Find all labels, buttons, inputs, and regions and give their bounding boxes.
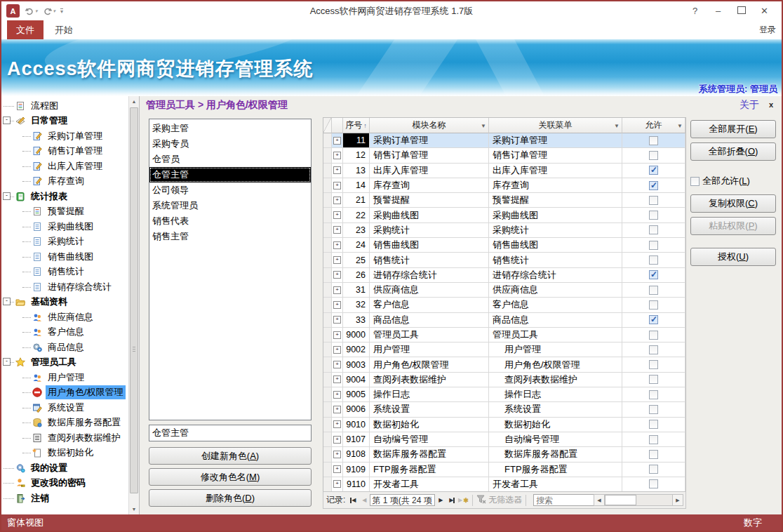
tree-item[interactable]: 采购曲线图 [1, 219, 128, 234]
row-selector[interactable] [323, 447, 332, 462]
filter-dropdown-icon[interactable]: ▼ [481, 123, 486, 129]
table-row[interactable]: +25销售统计销售统计 [323, 253, 685, 267]
expand-icon[interactable]: + [333, 137, 341, 145]
tree-item[interactable]: -管理员工具 [1, 355, 128, 371]
paste-permission-button[interactable]: 粘贴权限(P) [690, 217, 776, 235]
seq-cell[interactable]: 9010 [343, 418, 370, 432]
allow-checkbox[interactable] [649, 196, 658, 205]
expand-icon[interactable]: + [333, 331, 341, 339]
seq-cell[interactable]: 12 [343, 148, 370, 163]
tree-collapse-icon[interactable]: - [3, 298, 11, 305]
scrollbar-thumb[interactable] [130, 107, 138, 493]
menu-cell[interactable]: 用户管理 [489, 343, 622, 357]
table-row[interactable]: +9109FTP服务器配置FTP服务器配置 [323, 463, 685, 477]
tab-home[interactable]: 开始 [44, 20, 84, 39]
filter-dropdown-icon[interactable]: ▼ [614, 123, 620, 129]
first-record-button[interactable]: ◀ [347, 494, 359, 506]
module-cell[interactable]: 系统设置 [370, 402, 489, 417]
expand-icon[interactable]: + [333, 301, 341, 309]
expand-icon[interactable]: + [333, 197, 341, 204]
allow-checkbox[interactable] [649, 136, 658, 145]
row-selector[interactable] [323, 343, 332, 357]
last-record-button[interactable]: ▶ [446, 494, 457, 506]
module-cell[interactable]: 销售统计 [370, 253, 489, 267]
table-row[interactable]: +9002用户管理用户管理 [323, 343, 685, 357]
seq-cell[interactable]: 9006 [343, 402, 370, 417]
minimize-button[interactable]: – [707, 6, 730, 16]
allow-checkbox[interactable] [649, 465, 658, 474]
table-row[interactable]: +9000管理员工具管理员工具 [323, 328, 685, 343]
row-selector[interactable] [323, 463, 332, 477]
table-row[interactable]: +32客户信息客户信息 [323, 298, 685, 312]
checkbox-icon[interactable] [690, 177, 700, 186]
seq-cell[interactable]: 9110 [343, 477, 370, 492]
module-cell[interactable]: 预警提醒 [370, 193, 489, 208]
menu-cell[interactable]: 供应商信息 [489, 283, 622, 298]
allow-checkbox[interactable] [649, 225, 658, 234]
table-row[interactable]: +9004查阅列表数据维护查阅列表数据维护 [323, 373, 685, 387]
tree-item[interactable]: 我的设置 [1, 460, 128, 476]
menu-cell[interactable]: 商品信息 [489, 313, 622, 328]
expand-icon[interactable]: + [333, 346, 341, 354]
menu-cell[interactable]: 预警提醒 [489, 193, 622, 208]
seq-cell[interactable]: 9107 [343, 432, 370, 447]
module-cell[interactable]: 库存查询 [370, 178, 489, 193]
tree-item[interactable]: 客户信息 [1, 325, 128, 340]
tree-item[interactable]: 库存查询 [1, 174, 128, 189]
help-button[interactable]: ? [683, 6, 707, 16]
record-position[interactable]: 第 1 项(共 24 项 [370, 494, 435, 506]
allow-checkbox[interactable] [649, 315, 658, 324]
allow-checkbox[interactable] [649, 479, 658, 488]
module-cell[interactable]: 采购曲线图 [370, 208, 489, 222]
menu-cell[interactable]: 数据初始化 [489, 418, 622, 432]
tree-item[interactable]: 用户角色/权限管理 [1, 385, 128, 401]
allow-checkbox[interactable] [649, 181, 658, 190]
table-row[interactable]: +33商品信息商品信息 [323, 313, 685, 328]
module-cell[interactable]: 采购订单管理 [370, 133, 489, 148]
expand-icon[interactable]: + [333, 465, 341, 473]
seq-cell[interactable]: 9109 [343, 463, 370, 477]
seq-cell[interactable]: 24 [343, 238, 370, 253]
allow-checkbox[interactable] [649, 151, 658, 160]
login-link[interactable]: 登录 [759, 20, 776, 39]
horizontal-scrollbar[interactable]: ◀ ▶ [594, 494, 683, 506]
menu-cell[interactable]: 采购统计 [489, 223, 622, 238]
seq-cell[interactable]: 26 [343, 268, 370, 283]
role-item[interactable]: 仓管员 [149, 152, 311, 167]
allow-checkbox[interactable] [649, 390, 658, 399]
seq-cell[interactable]: 9003 [343, 357, 370, 372]
row-selector[interactable] [323, 373, 332, 387]
filter-dropdown-icon[interactable]: ▼ [677, 123, 683, 129]
allow-checkbox[interactable] [649, 211, 658, 220]
module-cell[interactable]: 出库入库管理 [370, 164, 489, 178]
tree-item[interactable]: 系统设置 [1, 400, 128, 415]
table-row[interactable]: +21预警提醒预警提醒 [323, 193, 685, 208]
module-cell[interactable]: 查阅列表数据维护 [370, 373, 489, 387]
row-selector[interactable] [323, 253, 332, 267]
tree-item[interactable]: 注销 [1, 491, 128, 506]
allow-checkbox[interactable] [649, 166, 658, 175]
menu-cell[interactable]: 查阅列表数据维护 [489, 373, 622, 387]
menu-cell[interactable]: 数据库服务器配置 [489, 447, 622, 462]
seq-cell[interactable]: 11 [343, 133, 370, 148]
scroll-left-icon[interactable]: ◀ [594, 494, 605, 506]
table-row[interactable]: +9110开发者工具开发者工具 [323, 477, 685, 492]
allow-checkbox[interactable] [649, 435, 658, 444]
expand-icon[interactable]: + [333, 420, 341, 428]
tree-item[interactable]: -统计报表 [1, 189, 128, 204]
module-cell[interactable]: 客户信息 [370, 298, 489, 312]
table-row[interactable]: +31供应商信息供应商信息 [323, 283, 685, 298]
about-link[interactable]: 关于 [740, 99, 759, 112]
allow-checkbox[interactable] [649, 405, 658, 414]
seq-cell[interactable]: 21 [343, 193, 370, 208]
row-selector[interactable] [323, 223, 332, 238]
previous-record-button[interactable]: ◀ [359, 494, 370, 506]
menu-cell[interactable]: 客户信息 [489, 298, 622, 312]
copy-permission-button[interactable]: 复制权限(C) [690, 194, 776, 213]
tree-item[interactable]: 数据库服务器配置 [1, 415, 128, 431]
seq-cell[interactable]: 13 [343, 164, 370, 178]
tree-item[interactable]: 更改我的密码 [1, 476, 128, 491]
seq-cell[interactable]: 14 [343, 178, 370, 193]
menu-cell[interactable]: 用户角色/权限管理 [489, 357, 622, 372]
module-cell[interactable]: 销售曲线图 [370, 238, 489, 253]
